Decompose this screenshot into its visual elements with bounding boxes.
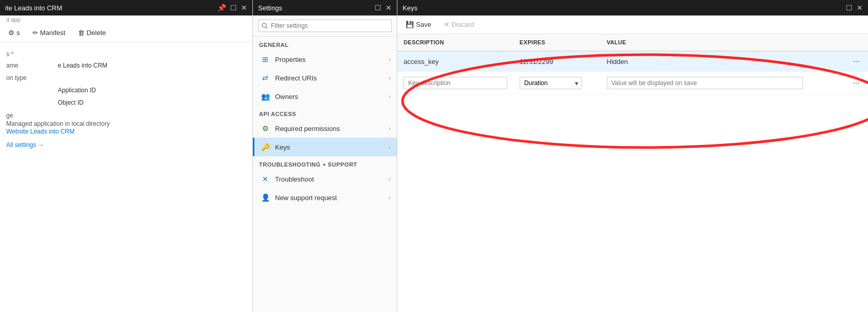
app-content: s ^ ame e Leads into CRM on type Applica…	[0, 42, 252, 312]
permissions-chevron: ›	[389, 125, 391, 132]
settings-close-icon[interactable]: ✕	[385, 4, 392, 12]
settings-icon: ⚙	[8, 29, 14, 37]
nav-required-permissions[interactable]: ⚙ Required permissions ›	[253, 119, 397, 138]
manifest-button[interactable]: ✏ Manifest	[30, 28, 68, 38]
col-value: VALUE	[601, 34, 845, 51]
keys-titlebar: Keys ☐ ✕	[397, 0, 868, 15]
filter-settings-input[interactable]	[258, 20, 392, 32]
keys-title: Keys	[403, 4, 846, 12]
col-description: DESCRIPTION	[397, 34, 513, 51]
redirect-label: Redirect URIs	[275, 74, 317, 82]
row-actions: ···	[845, 51, 868, 72]
save-icon: 💾	[406, 21, 414, 28]
new-key-expires-cell: Duration 1 year 2 years Never	[513, 72, 601, 95]
troubleshooting-section-label: TROUBLESHOOTING + SUPPORT	[253, 156, 397, 170]
delete-icon: 🗑	[78, 29, 85, 37]
app-titlebar: ite Leads into CRM 📌 ☐ ✕	[0, 0, 252, 15]
settings-titlebar: Settings ☐ ✕	[253, 0, 397, 15]
app-toolbar: ⚙ s ✏ Manifest 🗑 Delete	[0, 24, 252, 42]
nav-troubleshoot[interactable]: ✕ Troubleshoot ›	[253, 170, 397, 188]
manifest-icon: ✏	[33, 29, 38, 37]
nav-redirect-uris[interactable]: ⇄ Redirect URIs ›	[253, 69, 397, 87]
properties-label: Properties	[275, 56, 306, 63]
field-name-value: e Leads into CRM	[58, 62, 107, 69]
new-row-actions: ···	[845, 72, 868, 95]
keys-icon: 🔑	[261, 143, 270, 151]
app-subtitle: d app	[0, 15, 252, 24]
keys-chevron: ›	[389, 144, 391, 150]
discard-button[interactable]: ✕ Discard	[442, 20, 476, 29]
managed-app-link[interactable]: Website Leads into CRM	[6, 128, 75, 135]
settings-maximize-icon[interactable]: ☐	[375, 4, 381, 12]
save-button[interactable]: 💾 Save	[404, 20, 433, 29]
field-objectid: Object ID	[6, 99, 246, 106]
settings-panel: Settings ☐ ✕ GENERAL ⊞ Properties › ⇄ Re…	[253, 0, 397, 312]
field-objectid-value: Object ID	[58, 99, 84, 106]
redirect-icon: ⇄	[261, 74, 270, 82]
field-type: on type	[6, 74, 246, 81]
new-key-value-cell	[601, 72, 845, 95]
field-ge-label: ge	[6, 112, 13, 119]
settings-titlebar-icons: ☐ ✕	[375, 4, 392, 12]
nav-support[interactable]: 👤 New support request ›	[253, 188, 397, 207]
field-managed: ge Managed application in local director…	[6, 111, 246, 135]
row-value: Hidden	[601, 51, 845, 72]
api-section-label: API ACCESS	[253, 106, 397, 119]
app-panel: ite Leads into CRM 📌 ☐ ✕ d app ⚙ s ✏ Man…	[0, 0, 253, 312]
new-key-description-cell	[397, 72, 513, 95]
field-name-label: ame	[6, 62, 58, 69]
keys-toolbar: 💾 Save ✕ Discard	[397, 15, 868, 34]
troubleshoot-icon: ✕	[261, 175, 270, 183]
keys-panel: Keys ☐ ✕ 💾 Save ✕ Discard DESCRIPTION EX…	[397, 0, 868, 312]
pin-icon[interactable]: 📌	[217, 4, 226, 12]
field-appid: Application ID	[6, 87, 246, 94]
settings-search	[253, 15, 397, 37]
nav-owners[interactable]: 👥 Owners ›	[253, 87, 397, 106]
row-description: access_key	[397, 51, 513, 72]
keys-table: DESCRIPTION EXPIRES VALUE access_key 12/…	[397, 34, 868, 95]
key-description-input[interactable]	[404, 77, 507, 89]
table-header-row: DESCRIPTION EXPIRES VALUE	[397, 34, 868, 51]
nav-keys[interactable]: 🔑 Keys ›	[253, 138, 397, 156]
keys-maximize-icon[interactable]: ☐	[846, 4, 853, 12]
redirect-chevron: ›	[389, 75, 391, 81]
duration-wrapper: Duration 1 year 2 years Never	[520, 77, 582, 89]
owners-chevron: ›	[389, 93, 391, 100]
keys-content: DESCRIPTION EXPIRES VALUE access_key 12/…	[397, 34, 868, 312]
nav-properties[interactable]: ⊞ Properties ›	[253, 50, 397, 69]
new-row-ellipsis-button[interactable]: ···	[851, 78, 862, 88]
general-section-label: GENERAL	[253, 37, 397, 50]
settings-button[interactable]: ⚙ s	[6, 28, 22, 38]
col-expires: EXPIRES	[513, 34, 601, 51]
duration-select[interactable]: Duration 1 year 2 years Never	[520, 77, 582, 89]
owners-label: Owners	[275, 93, 298, 101]
row-ellipsis-button[interactable]: ···	[851, 57, 862, 66]
close-icon[interactable]: ✕	[241, 4, 247, 12]
new-key-row: Duration 1 year 2 years Never ···	[397, 72, 868, 95]
all-settings-button[interactable]: All settings →	[6, 141, 44, 149]
troubleshoot-label: Troubleshoot	[275, 175, 314, 183]
permissions-icon: ⚙	[261, 124, 270, 133]
row-expires: 12/31/2299	[513, 51, 601, 72]
field-type-label: on type	[6, 74, 58, 81]
col-actions	[845, 34, 868, 51]
table-row: access_key 12/31/2299 Hidden ···	[397, 51, 868, 72]
owners-icon: 👥	[261, 92, 270, 101]
keys-titlebar-icons: ☐ ✕	[846, 4, 863, 12]
app-title: ite Leads into CRM	[5, 4, 217, 12]
permissions-label: Required permissions	[275, 125, 340, 133]
support-label: New support request	[275, 194, 337, 202]
keys-close-icon[interactable]: ✕	[857, 4, 863, 12]
settings-title: Settings	[258, 4, 375, 12]
field-name: ame e Leads into CRM	[6, 62, 246, 69]
support-chevron: ›	[389, 194, 391, 201]
properties-icon: ⊞	[261, 55, 270, 63]
managed-app-text: Managed application in local directory	[6, 120, 246, 127]
troubleshoot-chevron: ›	[389, 176, 391, 182]
maximize-icon[interactable]: ☐	[230, 4, 237, 12]
app-titlebar-icons: 📌 ☐ ✕	[217, 4, 247, 12]
discard-icon: ✕	[444, 21, 449, 28]
key-value-input[interactable]	[607, 77, 803, 89]
support-icon: 👤	[261, 193, 270, 202]
delete-button[interactable]: 🗑 Delete	[76, 28, 108, 38]
